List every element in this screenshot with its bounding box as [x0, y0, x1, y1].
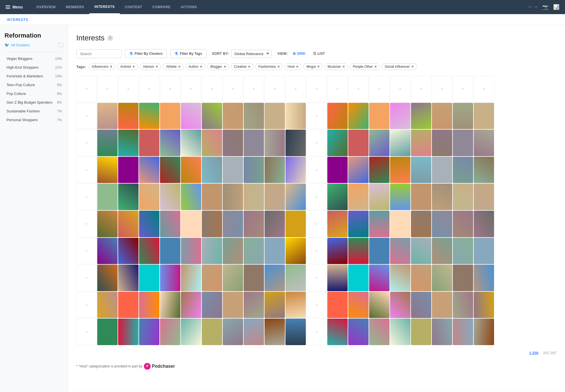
grid-cell[interactable]	[202, 157, 222, 183]
grid-cell[interactable]	[244, 265, 264, 291]
grid-cell[interactable]	[223, 319, 243, 345]
grid-cell[interactable]: ••	[181, 76, 201, 102]
grid-cell[interactable]	[181, 103, 201, 129]
grid-cell[interactable]	[348, 265, 369, 291]
grid-cell[interactable]	[139, 238, 159, 264]
grid-cell[interactable]: ••	[432, 76, 452, 102]
grid-cell[interactable]	[411, 292, 431, 318]
tag-remove-icon[interactable]: ✕	[224, 65, 226, 69]
tag-chip[interactable]: Activist✕	[117, 63, 138, 70]
grid-cell[interactable]	[285, 157, 306, 183]
nav-link-members[interactable]: MEMBERS	[61, 0, 89, 14]
grid-cell[interactable]	[474, 292, 494, 318]
grid-cell[interactable]	[160, 238, 180, 264]
grid-cell[interactable]	[244, 184, 264, 210]
grid-cell[interactable]	[265, 292, 285, 318]
tag-chip[interactable]: Fashionista✕	[255, 63, 283, 70]
grid-cell[interactable]	[97, 211, 118, 237]
grid-cell[interactable]	[453, 319, 473, 345]
grid-cell[interactable]	[369, 130, 389, 156]
grid-cell[interactable]	[118, 211, 138, 237]
grid-cell[interactable]	[181, 238, 201, 264]
grid-cell[interactable]	[202, 130, 222, 156]
tag-remove-icon[interactable]: ✕	[411, 65, 414, 69]
grid-cell[interactable]	[202, 184, 222, 210]
grid-cell[interactable]	[97, 184, 118, 210]
grid-cell[interactable]	[369, 184, 389, 210]
grid-cell[interactable]	[453, 184, 473, 210]
grid-cell[interactable]	[202, 211, 222, 237]
grid-cell[interactable]: ••	[76, 157, 97, 183]
grid-cell[interactable]	[181, 292, 201, 318]
grid-cell[interactable]	[432, 211, 452, 237]
grid-cell[interactable]	[369, 292, 389, 318]
grid-cell[interactable]: ••	[306, 265, 327, 291]
grid-cell[interactable]	[369, 238, 389, 264]
grid-cell[interactable]	[474, 319, 494, 345]
tag-chip[interactable]: Social Influencer✕	[382, 63, 417, 70]
grid-cell[interactable]	[411, 211, 431, 237]
grid-view-button[interactable]: ⊞ GRID	[290, 50, 308, 57]
grid-cell[interactable]	[327, 130, 348, 156]
tag-chip[interactable]: Creative✕	[231, 63, 254, 70]
tag-remove-icon[interactable]: ✕	[132, 65, 135, 69]
grid-cell[interactable]: ••	[474, 76, 494, 102]
grid-cell[interactable]	[474, 184, 494, 210]
tag-remove-icon[interactable]: ✕	[248, 65, 250, 69]
grid-cell[interactable]	[411, 184, 431, 210]
grid-cell[interactable]	[244, 238, 264, 264]
sort-select[interactable]: Global RelevanceNameRelevance Score	[231, 50, 272, 58]
grid-cell[interactable]	[390, 157, 410, 183]
grid-cell[interactable]	[139, 211, 159, 237]
tag-chip[interactable]: Host✕	[285, 63, 302, 70]
grid-cell[interactable]	[202, 319, 222, 345]
nav-link-overview[interactable]: OVERVIEW	[31, 0, 61, 14]
grid-cell[interactable]	[453, 157, 473, 183]
nav-link-interests[interactable]: INTERESTS	[89, 0, 120, 14]
grid-cell[interactable]	[432, 184, 452, 210]
grid-cell[interactable]	[453, 265, 473, 291]
grid-cell[interactable]: ••	[327, 76, 348, 102]
grid-cell[interactable]	[390, 184, 410, 210]
grid-cell[interactable]	[390, 319, 410, 345]
page-201-397[interactable]: 201-397	[543, 351, 557, 355]
grid-cell[interactable]: ••	[76, 103, 97, 129]
grid-cell[interactable]	[97, 265, 118, 291]
tag-remove-icon[interactable]: ✕	[110, 65, 112, 69]
grid-cell[interactable]: ••	[306, 130, 327, 156]
grid-cell[interactable]	[139, 103, 159, 129]
search-input[interactable]	[76, 49, 122, 58]
grid-cell[interactable]	[390, 238, 410, 264]
grid-cell[interactable]	[265, 157, 285, 183]
grid-cell[interactable]	[160, 130, 180, 156]
grid-cell[interactable]	[327, 157, 348, 183]
cluster-item[interactable]: Vegan Bloggers24%	[5, 54, 63, 63]
grid-cell[interactable]	[244, 130, 264, 156]
grid-cell[interactable]	[181, 130, 201, 156]
grid-cell[interactable]	[432, 130, 452, 156]
grid-cell[interactable]	[348, 211, 369, 237]
nav-link-content[interactable]: CONTENT	[120, 0, 148, 14]
grid-cell[interactable]	[411, 103, 431, 129]
grid-cell[interactable]	[118, 130, 138, 156]
tag-remove-icon[interactable]: ✕	[277, 65, 280, 69]
grid-cell[interactable]: ••	[202, 76, 222, 102]
grid-cell[interactable]	[97, 292, 118, 318]
grid-cell[interactable]	[97, 319, 118, 345]
tag-remove-icon[interactable]: ✕	[155, 65, 158, 69]
grid-cell[interactable]: ••	[139, 76, 159, 102]
grid-cell[interactable]	[160, 292, 180, 318]
grid-cell[interactable]	[348, 184, 369, 210]
grid-cell[interactable]	[181, 184, 201, 210]
grid-cell[interactable]	[118, 238, 138, 264]
grid-cell[interactable]: ••	[306, 238, 327, 264]
grid-cell[interactable]	[453, 211, 473, 237]
grid-cell[interactable]: ••	[285, 76, 306, 102]
grid-cell[interactable]: ••	[76, 76, 97, 102]
grid-cell[interactable]	[432, 238, 452, 264]
grid-cell[interactable]	[118, 265, 138, 291]
grid-cell[interactable]	[474, 265, 494, 291]
grid-cell[interactable]	[390, 103, 410, 129]
grid-cell[interactable]	[285, 292, 306, 318]
tag-chip[interactable]: Author✕	[185, 63, 205, 70]
